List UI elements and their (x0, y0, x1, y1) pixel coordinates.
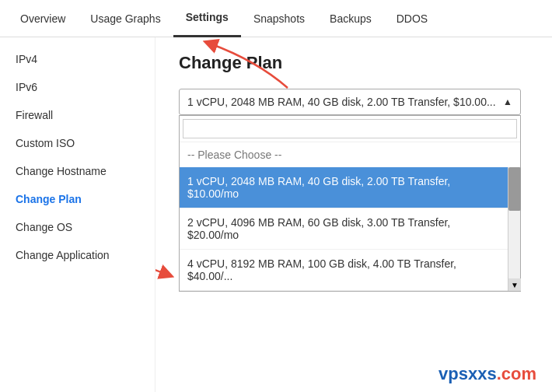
sidebar-item-ipv4[interactable]: IPv4 (0, 45, 155, 73)
dropdown-item-plan3[interactable]: 4 vCPU, 8192 MB RAM, 100 GB disk, 4.00 T… (180, 250, 520, 291)
dropdown-search-wrapper (180, 116, 520, 142)
dropdown-item-plan2[interactable]: 2 vCPU, 4096 MB RAM, 60 GB disk, 3.00 TB… (180, 208, 520, 250)
plan-dropdown[interactable]: 1 vCPU, 2048 MB RAM, 40 GB disk, 2.00 TB… (179, 89, 521, 115)
dropdown-scrollbar-thumb[interactable] (508, 167, 521, 211)
dropdown-scrollbar[interactable]: ▼ (508, 167, 520, 291)
sidebar: IPv4 IPv6 Firewall Custom ISO Change Hos… (0, 37, 155, 392)
sidebar-item-change-plan[interactable]: Change Plan (0, 185, 155, 213)
dropdown-list: 1 vCPU, 2048 MB RAM, 40 GB disk, 2.00 TB… (180, 167, 520, 291)
nav-item-ddos[interactable]: DDOS (384, 0, 440, 37)
dropdown-placeholder-text: -- Please Choose -- (180, 142, 520, 167)
brand-vps: vps (438, 364, 468, 383)
brand-dot-com: .com (497, 364, 536, 383)
brand-xxs: xxs (468, 364, 497, 383)
nav-item-usage-graphs[interactable]: Usage Graphs (78, 0, 173, 37)
nav-item-settings[interactable]: Settings (173, 0, 241, 37)
nav-item-snapshots[interactable]: Snapshots (241, 0, 317, 37)
sidebar-item-firewall[interactable]: Firewall (0, 101, 155, 129)
sidebar-item-change-os[interactable]: Change OS (0, 213, 155, 241)
annotation-arrow-sidebar (155, 232, 179, 286)
brand-watermark: vpsxxs.com (438, 364, 536, 384)
sidebar-item-ipv6[interactable]: IPv6 (0, 73, 155, 101)
dropdown-arrow-icon: ▲ (503, 96, 512, 107)
dropdown-item-plan1[interactable]: 1 vCPU, 2048 MB RAM, 40 GB disk, 2.00 TB… (180, 167, 520, 208)
nav-item-backups[interactable]: Backups (317, 0, 384, 37)
main-content: Change Plan 1 vCPU, 2048 MB RAM, 40 GB d… (155, 37, 552, 392)
scroll-down-button[interactable]: ▼ (508, 278, 521, 291)
nav-item-overview[interactable]: Overview (8, 0, 78, 37)
top-nav: Overview Usage Graphs Settings Snapshots… (0, 0, 552, 37)
dropdown-search-input[interactable] (183, 119, 517, 138)
page-title: Change Plan (179, 53, 529, 73)
plan-dropdown-panel: -- Please Choose -- 1 vCPU, 2048 MB RAM,… (179, 115, 521, 292)
dropdown-options-wrapper: 1 vCPU, 2048 MB RAM, 40 GB disk, 2.00 TB… (180, 167, 520, 291)
plan-selected-value: 1 vCPU, 2048 MB RAM, 40 GB disk, 2.00 TB… (187, 96, 496, 108)
plan-select-container: 1 vCPU, 2048 MB RAM, 40 GB disk, 2.00 TB… (179, 89, 529, 115)
sidebar-item-change-application[interactable]: Change Application (0, 241, 155, 269)
plan-selected-display[interactable]: 1 vCPU, 2048 MB RAM, 40 GB disk, 2.00 TB… (179, 89, 521, 115)
sidebar-item-change-hostname[interactable]: Change Hostname (0, 157, 155, 185)
sidebar-item-custom-iso[interactable]: Custom ISO (0, 129, 155, 157)
